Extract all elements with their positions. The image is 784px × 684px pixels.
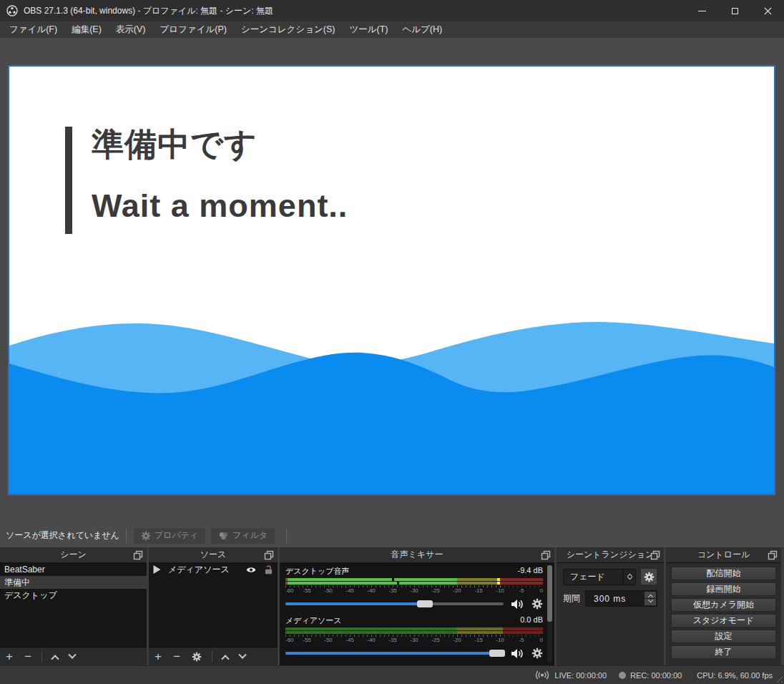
controls-dock: コントロール 配信開始録画開始仮想カメラ開始スタジオモード設定終了: [666, 547, 781, 665]
sources-dock: ソース メディアソース + −: [149, 547, 278, 665]
volume-meter: [285, 578, 543, 587]
scene-row[interactable]: BeatSaber: [0, 563, 147, 576]
scenes-title: シーン: [60, 549, 87, 561]
controls-dock-header[interactable]: コントロール: [666, 547, 781, 563]
minimize-button[interactable]: [685, 0, 718, 21]
menu-item-view[interactable]: 表示(V): [109, 21, 153, 38]
meter-scale-label: -25: [431, 587, 440, 594]
float-dock-icon[interactable]: [650, 550, 660, 560]
canvas-text-block: 準備中です Wait a moment..: [65, 127, 348, 234]
channel-name: メディアソース: [285, 615, 342, 626]
source-properties-gear-icon[interactable]: [192, 652, 202, 662]
meter-scale-label: -15: [474, 587, 483, 594]
close-icon: [764, 7, 772, 15]
channel-settings-gear-icon[interactable]: [531, 648, 543, 659]
lock-open-icon[interactable]: [264, 565, 273, 575]
dock-row: シーン BeatSaber準備中デスクトップ + − ソース メディアソース +…: [0, 547, 784, 665]
channel-settings-gear-icon[interactable]: [531, 598, 543, 610]
live-time: LIVE: 00:00:00: [554, 671, 607, 680]
scene-row[interactable]: デスクトップ: [0, 589, 147, 602]
volume-slider-fill: [285, 602, 425, 605]
remove-source-button[interactable]: −: [173, 650, 180, 663]
meter-scale-label: -45: [346, 637, 354, 643]
menu-item-file[interactable]: ファイル(F): [2, 21, 64, 38]
start-recording-button[interactable]: 録画開始: [671, 582, 776, 596]
mixer-scrollbar-thumb[interactable]: [547, 565, 552, 622]
start-streaming-button[interactable]: 配信開始: [671, 567, 776, 580]
move-source-down-button[interactable]: [238, 650, 246, 658]
studio-mode-button[interactable]: スタジオモード: [671, 614, 776, 627]
float-dock-icon[interactable]: [768, 550, 778, 560]
transitions-body: フェード 期間 300 ms: [557, 563, 664, 665]
meter-scale-label: -20: [453, 587, 461, 594]
status-bar: LIVE: 00:00:00 REC: 00:00:00 CPU: 6.9%, …: [0, 665, 784, 684]
source-label: メディアソース: [168, 564, 245, 576]
transitions-dock-header[interactable]: シーントランジション: [557, 547, 664, 563]
menu-item-edit[interactable]: 編集(E): [64, 21, 109, 38]
move-source-up-button[interactable]: [221, 655, 229, 663]
sources-title: ソース: [200, 549, 227, 561]
meter-scale-label: -25: [431, 637, 440, 643]
menu-item-tools[interactable]: ツール(T): [342, 21, 395, 38]
meter-bar-left: [285, 627, 543, 630]
menu-item-scene-collection[interactable]: シーンコレクション(S): [234, 21, 343, 38]
speaker-icon[interactable]: [511, 599, 524, 610]
rec-time: REC: 00:00:00: [630, 671, 682, 680]
mixer-dock-header[interactable]: 音声ミキサー: [280, 547, 554, 563]
channel-db-value: 0.0 dB: [520, 615, 543, 626]
float-dock-icon[interactable]: [541, 550, 551, 560]
source-row[interactable]: メディアソース: [149, 563, 278, 576]
meter-scale-label: -35: [388, 587, 397, 594]
properties-button[interactable]: プロパティ: [133, 527, 206, 544]
menu-item-help[interactable]: ヘルプ(H): [395, 21, 449, 38]
volume-slider[interactable]: [285, 602, 504, 605]
maximize-button[interactable]: [718, 0, 751, 21]
add-scene-button[interactable]: +: [6, 650, 13, 663]
transition-select-spinner[interactable]: [623, 570, 635, 585]
scene-row[interactable]: 準備中: [0, 576, 147, 589]
add-source-button[interactable]: +: [155, 650, 162, 663]
eye-visibility-icon[interactable]: [245, 566, 257, 574]
float-dock-icon[interactable]: [264, 550, 274, 560]
chevron-down-icon: [627, 575, 632, 580]
transition-select[interactable]: フェード: [563, 569, 636, 585]
scenes-dock-header[interactable]: シーン: [0, 547, 147, 563]
meter-scale-label: -50: [324, 587, 333, 594]
speaker-icon[interactable]: [511, 648, 524, 659]
meter-scale: -60-55-50-45-40-35-30-25-20-15-10-50: [285, 587, 543, 595]
volume-slider-handle[interactable]: [417, 600, 433, 607]
meter-scale-label: -50: [324, 637, 333, 643]
preview-canvas[interactable]: 準備中です Wait a moment..: [8, 65, 775, 495]
properties-label: プロパティ: [155, 529, 198, 542]
volume-slider-handle[interactable]: [489, 650, 505, 657]
channel-db-value: -9.4 dB: [518, 566, 543, 577]
float-dock-icon[interactable]: [133, 550, 143, 560]
filters-button[interactable]: フィルタ: [210, 527, 275, 544]
filters-label: フィルタ: [232, 529, 268, 542]
scenes-dock: シーン BeatSaber準備中デスクトップ + −: [0, 547, 147, 665]
remove-scene-button[interactable]: −: [24, 650, 31, 663]
meter-scale-label: -40: [367, 587, 376, 594]
volume-meter: [285, 627, 543, 637]
move-scene-down-button[interactable]: [68, 650, 76, 658]
move-scene-up-button[interactable]: [51, 655, 59, 663]
menu-item-profile[interactable]: プロファイル(P): [152, 21, 233, 38]
mixer-channel: デスクトップ音声 -9.4 dB -60-55-50-45-40-35-30-2…: [285, 566, 543, 610]
start-virtual-camera-button[interactable]: 仮想カメラ開始: [671, 598, 776, 612]
transition-selected-value: フェード: [564, 571, 623, 583]
duration-label: 期間: [563, 592, 580, 605]
meter-scale-label: -5: [519, 637, 524, 643]
mixer-scrollbar[interactable]: [547, 565, 552, 663]
sources-dock-header[interactable]: ソース: [149, 547, 278, 563]
transition-settings-button[interactable]: [640, 568, 657, 585]
settings-button[interactable]: 設定: [671, 630, 776, 643]
duration-decrement-button[interactable]: [645, 599, 656, 605]
toolbar-separator: [126, 529, 127, 543]
exit-button[interactable]: 終了: [671, 645, 776, 659]
volume-slider[interactable]: [285, 652, 504, 655]
close-button[interactable]: [751, 0, 784, 21]
duration-input[interactable]: 300 ms: [585, 590, 657, 607]
toolbar-separator: [41, 651, 42, 663]
canvas-subheading: Wait a moment..: [92, 188, 348, 224]
resize-grip[interactable]: [774, 674, 783, 683]
